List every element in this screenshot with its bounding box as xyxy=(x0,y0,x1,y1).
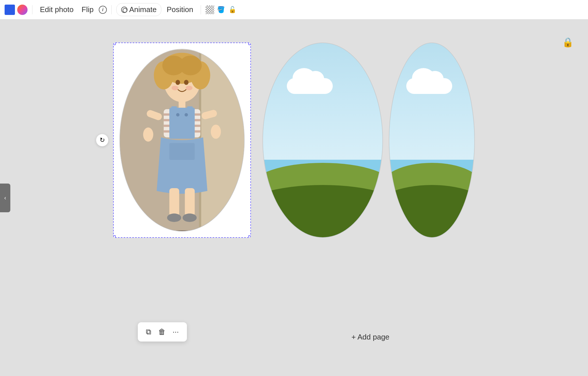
svg-rect-29 xyxy=(169,188,179,216)
lock-toolbar-icon[interactable]: 🔓 xyxy=(228,5,237,14)
handle-bottom-right[interactable] xyxy=(248,235,251,238)
handle-bottom-left[interactable] xyxy=(113,235,116,238)
svg-rect-19 xyxy=(169,108,195,139)
svg-rect-21 xyxy=(187,106,193,111)
svg-point-25 xyxy=(143,128,153,142)
svg-rect-28 xyxy=(169,143,195,160)
child-svg xyxy=(120,49,244,231)
more-options-button[interactable]: ··· xyxy=(169,325,182,339)
svg-point-31 xyxy=(167,213,181,222)
svg-rect-20 xyxy=(171,106,177,111)
hills-2 xyxy=(389,150,474,237)
add-page-button[interactable]: + Add page xyxy=(351,333,389,342)
toolbar-divider-2 xyxy=(111,5,112,14)
flip-button[interactable]: Flip xyxy=(79,3,96,16)
left-nav-arrow[interactable]: ‹ xyxy=(0,184,10,212)
hills-1 xyxy=(263,150,382,237)
sky-2 xyxy=(389,43,474,160)
svg-point-32 xyxy=(183,213,197,222)
child-photo xyxy=(120,49,244,231)
canvas-area: 🔒 ‹ ↻ xyxy=(0,20,588,376)
hill-front-2 xyxy=(389,185,475,238)
hill-front-1 xyxy=(262,185,383,238)
svg-rect-30 xyxy=(185,188,195,216)
svg-point-12 xyxy=(186,86,193,90)
brand-gradient-icon[interactable] xyxy=(17,5,28,15)
position-button[interactable]: Position xyxy=(164,3,196,16)
animate-circle-icon xyxy=(121,7,127,13)
lock-corner-icon[interactable]: 🔒 xyxy=(562,37,574,48)
main-toolbar: Edit photo Flip i Animate Position 🪣 🔓 xyxy=(0,0,588,20)
toolbar-divider-1 xyxy=(32,5,32,14)
cloud-1 xyxy=(287,78,333,94)
canvas-content: ↻ xyxy=(113,43,475,238)
duplicate-button[interactable]: ⧉ xyxy=(142,325,155,339)
toolbar-divider-3 xyxy=(201,5,201,14)
sky-1 xyxy=(263,43,382,160)
svg-point-9 xyxy=(175,80,180,85)
animate-label: Animate xyxy=(129,5,156,14)
svg-point-11 xyxy=(172,86,179,90)
selected-photo-frame[interactable] xyxy=(113,43,251,238)
nature-oval-1 xyxy=(262,43,383,238)
bottom-toolbar: ⧉ 🗑 ··· xyxy=(138,322,187,342)
svg-point-23 xyxy=(185,113,188,117)
checkerboard-icon[interactable] xyxy=(206,5,214,14)
rotate-handle[interactable]: ↻ xyxy=(96,134,109,146)
delete-button[interactable]: 🗑 xyxy=(155,325,169,339)
info-icon[interactable]: i xyxy=(99,6,107,14)
svg-point-22 xyxy=(176,113,179,117)
nature-oval-2 xyxy=(389,43,475,238)
left-arrow-icon: ‹ xyxy=(4,194,6,201)
svg-point-8 xyxy=(179,55,202,75)
cloud-2 xyxy=(406,78,452,94)
edit-photo-button[interactable]: Edit photo xyxy=(37,3,76,16)
handle-top-left[interactable] xyxy=(113,43,116,45)
animate-button[interactable]: Animate xyxy=(116,3,161,16)
svg-point-27 xyxy=(211,125,221,139)
brand-square-icon[interactable] xyxy=(5,5,15,15)
oval-photo-frame xyxy=(119,49,245,232)
paint-bucket-icon[interactable]: 🪣 xyxy=(216,5,226,14)
svg-point-10 xyxy=(184,80,189,85)
handle-top-right[interactable] xyxy=(248,43,251,45)
